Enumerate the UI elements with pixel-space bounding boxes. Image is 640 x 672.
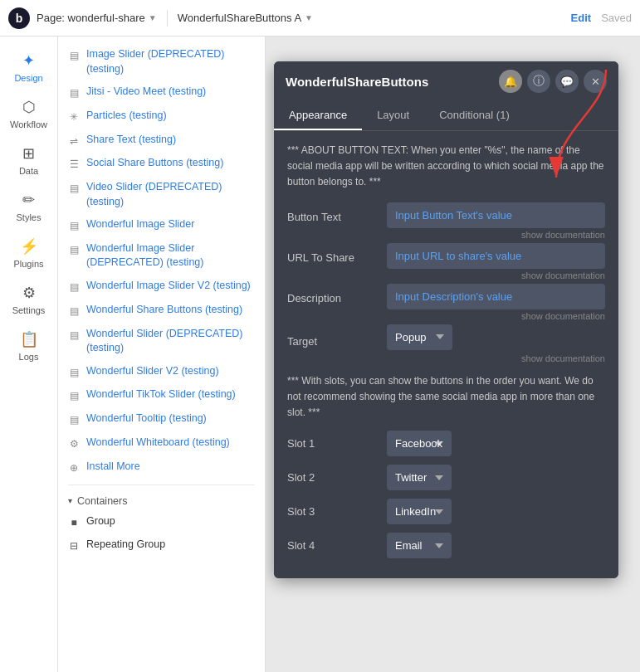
slot4-row: Slot 4 Facebook Twitter LinkedIn Email [287, 533, 605, 558]
target-label: Target [287, 327, 379, 348]
wsb-tabs: Appearance Layout Conditional (1) [274, 101, 618, 131]
tab-conditional[interactable]: Conditional (1) [424, 101, 525, 130]
button-text-control: Input Button Text's value show documenta… [387, 202, 605, 240]
workflow-selector[interactable]: WonderfulShareButtons A ▼ [178, 12, 313, 24]
tab-appearance[interactable]: Appearance [274, 101, 362, 130]
target-control: Popup New Tab Same Tab [387, 324, 605, 350]
list-item[interactable]: ▤ Jitsi - Video Meet (testing) [58, 80, 265, 105]
slot1-label: Slot 1 [287, 437, 379, 450]
list-item[interactable]: ▤ Wonderful TikTok Slider (testing) [58, 383, 265, 407]
item-label: Wonderful Share Buttons (testing) [86, 303, 242, 318]
item-icon: ▤ [68, 389, 80, 403]
repeating-group-label: Repeating Group [86, 538, 165, 553]
section-collapse-icon: ▾ [68, 496, 72, 505]
repeating-group-item[interactable]: ⊟ Repeating Group [58, 533, 265, 558]
sidebar-item-styles[interactable]: ✏ Styles [4, 184, 54, 229]
wsb-panel: WonderfulShareButtons 🔔 ⓘ 💬 ✕ [274, 61, 618, 578]
install-more-item[interactable]: ⊕ Install More [58, 455, 265, 480]
install-more-label: Install More [86, 460, 140, 475]
top-bar: b Page: wonderful-share ▼ WonderfulShare… [0, 0, 640, 37]
sidebar-item-settings-label: Settings [12, 305, 46, 315]
slot2-select[interactable]: Facebook Twitter LinkedIn Email [387, 465, 452, 490]
slots-info-text: *** With slots, you can show the buttons… [287, 373, 605, 421]
tab-layout[interactable]: Layout [362, 101, 424, 130]
item-icon: ⚙ [68, 437, 80, 451]
target-show-doc[interactable]: show documentation [287, 353, 605, 363]
item-label: Wonderful TikTok Slider (testing) [86, 387, 236, 402]
url-to-share-show-doc[interactable]: show documentation [387, 270, 605, 280]
icon-sidebar: ✦ Design ⬡ Workflow ⊞ Data ✏ Styles ⚡ Pl… [0, 37, 58, 672]
item-label: Wonderful Slider (DEPRECATED) (testing) [86, 327, 255, 356]
slot1-control: Facebook Twitter LinkedIn Email [387, 431, 605, 456]
repeating-group-icon: ⊟ [68, 539, 80, 553]
button-text-show-doc[interactable]: show documentation [387, 230, 605, 240]
edit-button[interactable]: Edit [571, 12, 592, 24]
sidebar-item-plugins[interactable]: ⚡ Plugins [4, 231, 54, 275]
description-row: Description Input Description's value sh… [287, 284, 605, 321]
group-icon: ■ [68, 516, 80, 530]
wsb-header-icons: 🔔 ⓘ 💬 ✕ [499, 70, 607, 93]
list-item[interactable]: ▤ Wonderful Slider V2 (testing) [58, 360, 265, 384]
list-item[interactable]: ▤ Video Slider (DEPRECATED) (testing) [58, 176, 265, 213]
plugins-icon: ⚡ [20, 237, 38, 256]
description-show-doc[interactable]: show documentation [387, 311, 605, 321]
item-icon: ▤ [68, 304, 80, 319]
close-icon: ✕ [591, 75, 600, 88]
item-icon: ▤ [68, 49, 80, 63]
slot4-label: Slot 4 [287, 539, 379, 552]
sidebar-item-logs-label: Logs [19, 352, 39, 362]
slot4-select[interactable]: Facebook Twitter LinkedIn Email [387, 533, 452, 558]
item-icon: ▤ [68, 329, 80, 343]
workflow-chevron-icon: ▼ [305, 13, 313, 22]
list-item[interactable]: ▤ Wonderful Slider (DEPRECATED) (testing… [58, 323, 265, 360]
install-more-icon: ⊕ [68, 461, 80, 475]
logs-icon: 📋 [20, 330, 38, 348]
sidebar-item-logs[interactable]: 📋 Logs [4, 324, 54, 368]
alert-icon: 🔔 [504, 75, 517, 88]
button-text-label: Button Text [287, 202, 379, 223]
list-item[interactable]: ▤ Wonderful Image Slider V2 (testing) [58, 275, 265, 299]
slot3-label: Slot 3 [287, 505, 379, 518]
slot3-select[interactable]: Facebook Twitter LinkedIn Email [387, 499, 452, 524]
button-text-row: Button Text Input Button Text's value sh… [287, 202, 605, 240]
list-item[interactable]: ✳ Particles (testing) [58, 105, 265, 129]
sidebar-item-settings[interactable]: ⚙ Settings [4, 277, 54, 322]
sidebar-item-data[interactable]: ⊞ Data [4, 138, 54, 183]
list-item[interactable]: ▤ Wonderful Share Buttons (testing) [58, 299, 265, 323]
button-text-input[interactable]: Input Button Text's value [387, 202, 605, 228]
item-label: Wonderful Whiteboard (testing) [86, 436, 230, 450]
list-item[interactable]: ▤ Wonderful Image Slider (DEPRECATED) (t… [58, 237, 265, 275]
list-item[interactable]: ☰ Social Share Buttons (testing) [58, 152, 265, 176]
sidebar-item-design-label: Design [14, 73, 42, 83]
page-label: Page: wonderful-share [37, 12, 145, 24]
info-icon-button[interactable]: ⓘ [527, 70, 550, 93]
group-label: Group [86, 514, 115, 529]
data-icon: ⊞ [20, 144, 38, 163]
slot2-label: Slot 2 [287, 471, 379, 484]
slot2-row: Slot 2 Facebook Twitter LinkedIn Email [287, 465, 605, 490]
slot2-control: Facebook Twitter LinkedIn Email [387, 465, 605, 490]
list-item[interactable]: ▤ Image Slider (DEPRECATED) (testing) [58, 43, 265, 80]
comment-icon: 💬 [560, 75, 574, 88]
target-select[interactable]: Popup New Tab Same Tab [387, 324, 452, 350]
description-input[interactable]: Input Description's value [387, 284, 605, 309]
list-item[interactable]: ▤ Wonderful Image Slider [58, 213, 265, 237]
group-item[interactable]: ■ Group [58, 510, 265, 534]
slot3-row: Slot 3 Facebook Twitter LinkedIn Email [287, 499, 605, 524]
sidebar-item-design[interactable]: ✦ Design [4, 45, 54, 90]
item-label: Particles (testing) [86, 109, 167, 124]
page-selector[interactable]: Page: wonderful-share ▼ [37, 12, 157, 24]
item-icon: ▤ [68, 86, 80, 100]
sidebar-item-workflow[interactable]: ⬡ Workflow [4, 91, 54, 136]
url-to-share-input[interactable]: Input URL to share's value [387, 243, 605, 269]
alert-icon-button[interactable]: 🔔 [499, 70, 522, 93]
list-item[interactable]: ▤ Wonderful Tooltip (testing) [58, 407, 265, 431]
slot1-select[interactable]: Facebook Twitter LinkedIn Email [387, 431, 452, 456]
close-icon-button[interactable]: ✕ [584, 70, 607, 93]
button-text-info: *** ABOUT BUTTON TEXT: When you enter "%… [287, 143, 605, 191]
containers-label: Containers [77, 495, 127, 507]
list-item[interactable]: ⇌ Share Text (testing) [58, 129, 265, 153]
list-item[interactable]: ⚙ Wonderful Whiteboard (testing) [58, 431, 265, 455]
comment-icon-button[interactable]: 💬 [555, 70, 579, 93]
slot4-control: Facebook Twitter LinkedIn Email [387, 533, 605, 558]
